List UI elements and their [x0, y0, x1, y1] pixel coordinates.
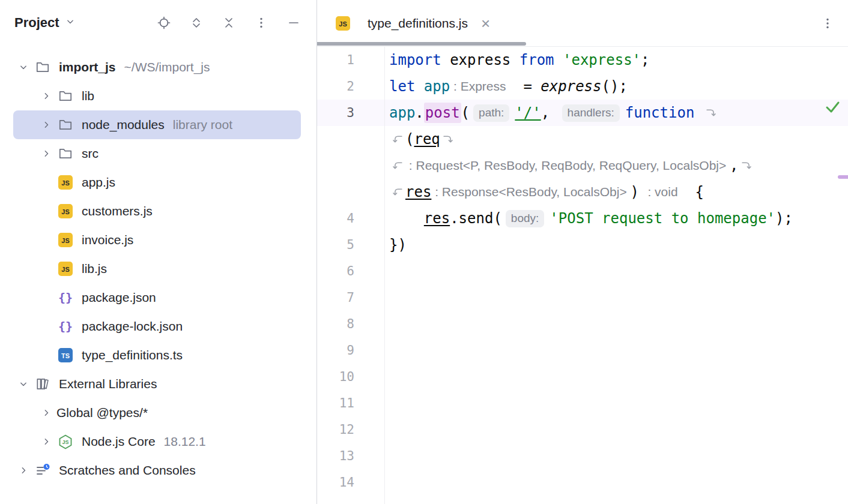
fold-gutter[interactable] — [354, 469, 384, 496]
line-number[interactable] — [317, 179, 354, 205]
code-line-3[interactable]: 3app.post(path:'/', handlers:function — [317, 100, 848, 126]
project-panel-header: Project — [0, 0, 316, 46]
fold-gutter[interactable] — [354, 284, 384, 311]
line-number[interactable]: 12 — [317, 416, 354, 443]
tree-item-type-definitions-ts[interactable]: TStype_definitions.ts — [13, 341, 301, 370]
line-number[interactable] — [317, 152, 354, 179]
project-panel-title[interactable]: Project — [14, 15, 79, 31]
chevron-down-icon[interactable] — [13, 61, 34, 73]
tree-item-node-js-core[interactable]: JSNode.js Core18.12.1 — [13, 427, 301, 456]
line-number[interactable]: 2 — [317, 73, 354, 100]
code-editor[interactable]: 1import express from 'express';2let app … — [317, 47, 848, 504]
line-number[interactable]: 9 — [317, 337, 354, 364]
line-number[interactable]: 7 — [317, 284, 354, 311]
line-number[interactable]: 6 — [317, 258, 354, 284]
code-line-1[interactable]: 1import express from 'express'; — [317, 47, 848, 73]
code-token: import — [389, 52, 441, 68]
tree-item-import-js[interactable]: import_js~/WS/import_js — [13, 53, 301, 82]
tree-item-secondary: library root — [173, 118, 232, 132]
tree-item-invoice-js[interactable]: JSinvoice.js — [13, 226, 301, 254]
svg-text:JS: JS — [61, 208, 69, 215]
fold-gutter[interactable] — [354, 73, 384, 100]
collapse-all-icon[interactable] — [222, 16, 236, 30]
tree-item-lib[interactable]: lib — [13, 82, 301, 110]
line-number[interactable]: 11 — [317, 390, 354, 416]
fold-gutter[interactable] — [354, 416, 384, 443]
line-number[interactable]: 14 — [317, 469, 354, 496]
line-number[interactable]: 3 — [317, 100, 354, 126]
code-text: res : Response<ResBody, LocalsObj> ) : v… — [384, 184, 704, 200]
code-line-8[interactable]: 8 — [317, 311, 848, 337]
code-line-7[interactable]: 7 — [317, 284, 848, 311]
fold-gutter[interactable] — [354, 232, 384, 258]
line-number[interactable]: 4 — [317, 205, 354, 232]
tree-item-package-json[interactable]: {}package.json — [13, 283, 301, 312]
fold-gutter[interactable] — [354, 47, 384, 73]
locate-icon[interactable] — [157, 16, 171, 30]
fold-gutter[interactable] — [354, 126, 384, 152]
code-line-5[interactable]: 5}) — [317, 232, 848, 258]
line-number[interactable]: 1 — [317, 47, 354, 73]
chevron-right-icon[interactable] — [36, 436, 56, 448]
code-wrapped-line[interactable]: : Request<P, ResBody, ReqBody, ReqQuery,… — [317, 152, 848, 179]
fold-gutter[interactable] — [354, 390, 384, 416]
expand-all-icon[interactable] — [189, 16, 204, 30]
fold-gutter[interactable] — [354, 152, 384, 179]
fold-gutter[interactable] — [354, 179, 384, 205]
tree-item-customers-js[interactable]: JScustomers.js — [13, 197, 301, 226]
line-number[interactable]: 5 — [317, 232, 354, 258]
tree-item-label: node_modules — [82, 118, 165, 132]
code-line-10[interactable]: 10 — [317, 364, 848, 390]
chevron-right-icon[interactable] — [13, 464, 34, 476]
code-text: let app : Express = express(); — [384, 78, 628, 95]
line-number[interactable]: 13 — [317, 443, 354, 469]
line-number[interactable] — [317, 126, 354, 152]
tree-item-global-types[interactable]: Global @types/* — [13, 398, 301, 427]
tree-item-external-libraries[interactable]: External Libraries — [13, 370, 301, 398]
code-line-14[interactable]: 14 — [317, 469, 848, 496]
code-token: ( — [405, 131, 414, 148]
tree-item-app-js[interactable]: JSapp.js — [13, 168, 301, 197]
code-line-6[interactable]: 6 — [317, 258, 848, 284]
chevron-down-icon[interactable] — [13, 378, 34, 390]
gutter-separator — [384, 47, 385, 504]
code-line-13[interactable]: 13 — [317, 443, 848, 469]
code-line-11[interactable]: 11 — [317, 390, 848, 416]
code-line-9[interactable]: 9 — [317, 337, 848, 364]
tree-item-node-modules[interactable]: node_moduleslibrary root — [13, 110, 301, 139]
chevron-right-icon[interactable] — [36, 407, 56, 419]
code-text: (req — [384, 131, 456, 148]
tree-item-label: lib.js — [82, 262, 107, 276]
fold-gutter[interactable] — [354, 337, 384, 364]
chevron-right-icon[interactable] — [36, 148, 56, 160]
fold-gutter[interactable] — [354, 443, 384, 469]
code-text: app.post(path:'/', handlers:function — [384, 103, 719, 123]
fold-gutter[interactable] — [354, 258, 384, 284]
chevron-right-icon[interactable] — [36, 90, 56, 102]
editor-more-icon[interactable] — [820, 16, 835, 31]
code-wrapped-line[interactable]: (req — [317, 126, 848, 152]
tree-item-package-lock-json[interactable]: {}package-lock.json — [13, 312, 301, 341]
editor-tab-type-definitions[interactable]: JS type_definitions.js × — [334, 16, 490, 31]
inspections-ok-check-icon[interactable] — [824, 98, 841, 119]
code-token — [389, 210, 424, 227]
code-line-4[interactable]: 4 res.send(body:'POST request to homepag… — [317, 205, 848, 232]
tree-item-src[interactable]: src — [13, 139, 301, 168]
chevron-right-icon[interactable] — [36, 119, 56, 131]
line-number[interactable]: 10 — [317, 364, 354, 390]
tree-item-scratches-and-consoles[interactable]: Scratches and Consoles — [13, 456, 301, 485]
code-line-2[interactable]: 2let app : Express = express(); — [317, 73, 848, 100]
tree-item-lib-js[interactable]: JSlib.js — [13, 254, 301, 283]
fold-gutter[interactable] — [354, 311, 384, 337]
line-number[interactable]: 8 — [317, 311, 354, 337]
hide-icon[interactable] — [286, 16, 301, 30]
more-icon[interactable] — [254, 16, 268, 30]
tree-item-label: Node.js Core — [82, 434, 156, 449]
fold-gutter[interactable] — [354, 364, 384, 390]
fold-gutter[interactable] — [354, 205, 384, 232]
code-wrapped-line[interactable]: res : Response<ResBody, LocalsObj> ) : v… — [317, 179, 848, 205]
fold-gutter[interactable] — [354, 100, 384, 126]
ts-icon: TS — [56, 347, 74, 363]
tab-close-icon[interactable]: × — [481, 16, 490, 31]
code-line-12[interactable]: 12 — [317, 416, 848, 443]
